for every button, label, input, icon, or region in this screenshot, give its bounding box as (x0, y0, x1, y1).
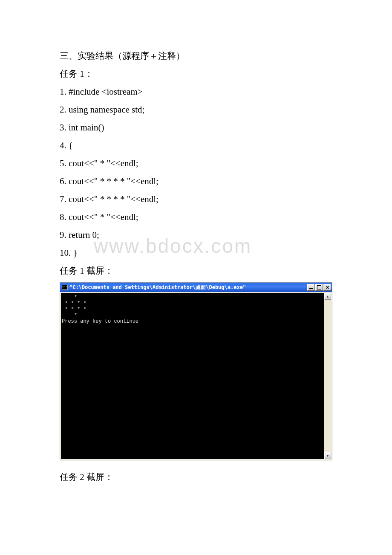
close-button[interactable]: ✕ (323, 284, 331, 291)
cmd-icon-text: C:\ (62, 286, 68, 289)
titlebar[interactable]: C:\ "C:\Documents and Settings\Administr… (60, 283, 332, 292)
minimize-button[interactable] (307, 284, 315, 291)
code-line: 5. cout<<" * "<<endl; (60, 154, 332, 172)
scrollbar[interactable]: ▲ ▼ (324, 293, 331, 459)
code-line: 6. cout<<" * * * * "<<endl; (60, 172, 332, 190)
code-line: 1. #include <iostream> (60, 83, 332, 101)
section-heading: 三、实验结果（源程序＋注释） (60, 47, 332, 65)
code-line: 2. using namespace std; (60, 101, 332, 119)
code-line: 3. int main() (60, 119, 332, 136)
task1-label: 任务 1： (60, 65, 332, 83)
code-line: 4. { (60, 136, 332, 154)
scroll-up-button[interactable]: ▲ (324, 293, 331, 300)
code-line: 9. return 0; (60, 226, 332, 244)
code-line: 8. cout<<" * "<<endl; (60, 208, 332, 226)
task1-screenshot-label: 任务 1 截屏： (60, 262, 332, 280)
console-window: C:\ "C:\Documents and Settings\Administr… (60, 282, 332, 460)
console-output: * * * * * * * * * * Press any key to con… (61, 293, 324, 459)
scroll-track[interactable] (324, 300, 331, 452)
maximize-button[interactable] (315, 284, 323, 291)
cmd-icon: C:\ (62, 285, 68, 290)
scroll-down-button[interactable]: ▼ (324, 452, 331, 459)
code-line: 10. } (60, 244, 332, 262)
console-body-wrap: * * * * * * * * * * Press any key to con… (60, 292, 332, 460)
code-line: 7. cout<<" * * * * "<<endl; (60, 190, 332, 208)
document-content: 三、实验结果（源程序＋注释） 任务 1： 1. #include <iostre… (60, 47, 332, 486)
task2-screenshot-label: 任务 2 截屏： (60, 468, 332, 486)
window-title: "C:\Documents and Settings\Administrator… (69, 284, 307, 291)
